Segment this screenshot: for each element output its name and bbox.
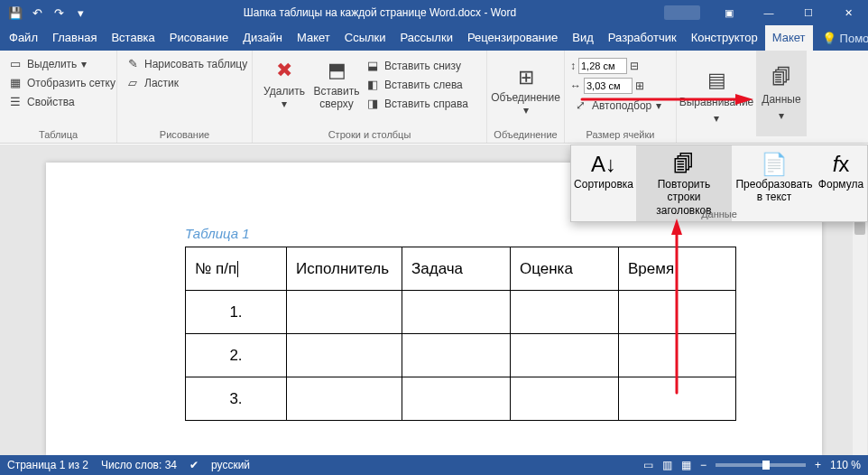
sort-icon: А↓: [591, 151, 616, 178]
view-read-icon[interactable]: ▭: [643, 459, 653, 471]
bulb-icon: 💡: [822, 32, 836, 45]
window-title: Шапка таблицы на каждой странице Word.do…: [96, 6, 664, 19]
insert-right-button[interactable]: ◨Вставить справа: [363, 94, 471, 113]
ribbon-tabs: Файл Главная Вставка Рисование Дизайн Ма…: [0, 25, 868, 51]
distribute-rows-icon[interactable]: ⊟: [630, 60, 639, 72]
insert-above-icon: ⬒: [324, 58, 349, 83]
account-badge[interactable]: [664, 5, 700, 20]
data-dropdown-panel: А↓Сортировка 🗐Повторить строки заголовко…: [570, 144, 868, 222]
group-cellsize-label: Размер ячейки: [570, 127, 670, 143]
alignment-button[interactable]: ▤ Выравнивание▾: [677, 51, 756, 143]
data-button[interactable]: 🗐 Данные ▾: [756, 51, 807, 136]
status-words[interactable]: Число слов: 34: [101, 459, 177, 471]
repeat-header-icon: 🗐: [673, 151, 695, 178]
insert-below-icon: ⬓: [365, 59, 380, 73]
table-row: 3.: [186, 377, 736, 421]
status-bar: Страница 1 из 2 Число слов: 34 ✔ русский…: [0, 455, 868, 475]
height-icon: ↕: [570, 60, 576, 72]
grid-icon: ▦: [8, 76, 23, 90]
insert-below-button[interactable]: ⬓Вставить снизу: [363, 56, 471, 75]
text-cursor: [237, 261, 238, 277]
align-icon: ▤: [707, 69, 726, 92]
table-row: № п/п Исполнитель Задача Оценка Время: [186, 247, 736, 291]
row-height-field[interactable]: ↕⊟: [570, 56, 664, 75]
group-draw-label: Рисование: [123, 127, 246, 143]
group-rowscols-label: Строки и столбцы: [258, 127, 481, 143]
height-input[interactable]: [578, 58, 627, 74]
autofit-button[interactable]: ⤢Автоподбор ▾: [570, 96, 664, 115]
status-language[interactable]: русский: [211, 459, 250, 471]
zoom-out-icon[interactable]: −: [700, 459, 706, 471]
tab-mailings[interactable]: Рассылки: [393, 25, 460, 51]
word-table[interactable]: № п/п Исполнитель Задача Оценка Время 1.…: [185, 247, 736, 421]
qat-dropdown-icon[interactable]: ▾: [72, 5, 88, 21]
width-icon: ↔: [570, 79, 581, 92]
table-caption[interactable]: Таблица 1: [185, 226, 768, 241]
autofit-icon: ⤢: [573, 98, 587, 113]
tab-insert[interactable]: Вставка: [104, 25, 162, 51]
ribbon: ▭Выделить ▾ ▦Отобразить сетку ☰Свойства …: [0, 51, 868, 144]
table-row: 2.: [186, 334, 736, 377]
tab-home[interactable]: Главная: [45, 25, 104, 51]
group-table-label: Таблица: [5, 127, 111, 143]
dropdown-group-label: Данные: [571, 209, 867, 219]
insert-left-button[interactable]: ◧Вставить слева: [363, 75, 471, 94]
maximize-icon[interactable]: ☐: [789, 0, 828, 25]
distribute-cols-icon[interactable]: ⊞: [635, 79, 644, 92]
select-icon: ▭: [8, 57, 23, 71]
tab-table-layout[interactable]: Макет: [765, 25, 813, 51]
insert-left-icon: ◧: [365, 78, 380, 92]
ribbon-options-icon[interactable]: ▣: [709, 0, 749, 25]
close-icon[interactable]: ✕: [828, 0, 868, 25]
tab-file[interactable]: Файл: [2, 25, 45, 51]
width-input[interactable]: [584, 78, 633, 94]
insert-right-icon: ◨: [365, 97, 380, 111]
eraser-button[interactable]: ▱Ластик: [123, 73, 250, 92]
redo-icon[interactable]: ↷: [51, 5, 67, 21]
data-icon: 🗐: [771, 66, 791, 89]
tab-draw[interactable]: Рисование: [162, 25, 235, 51]
tab-layout[interactable]: Макет: [290, 25, 337, 51]
status-page[interactable]: Страница 1 из 2: [7, 459, 88, 471]
zoom-slider[interactable]: [716, 463, 806, 467]
tab-references[interactable]: Ссылки: [337, 25, 393, 51]
delete-icon: ✖: [272, 58, 297, 83]
status-spellcheck-icon[interactable]: ✔: [189, 459, 199, 471]
formula-icon: fx: [833, 151, 850, 178]
properties-icon: ☰: [8, 95, 23, 109]
zoom-value[interactable]: 110 %: [830, 459, 861, 471]
select-button[interactable]: ▭Выделить ▾: [5, 54, 118, 73]
pencil-icon: ✎: [125, 57, 140, 71]
show-grid-button[interactable]: ▦Отобразить сетку: [5, 73, 118, 92]
minimize-icon[interactable]: —: [749, 0, 789, 25]
tab-developer[interactable]: Разработчик: [601, 25, 684, 51]
table-row: 1.: [186, 291, 736, 334]
tab-review[interactable]: Рецензирование: [460, 25, 565, 51]
delete-button[interactable]: ✖Удалить▾: [258, 54, 310, 127]
help-search[interactable]: 💡Помощь: [813, 32, 868, 45]
tab-design[interactable]: Дизайн: [235, 25, 290, 51]
save-icon[interactable]: 💾: [7, 5, 23, 21]
merge-button[interactable]: ⊞Объединение▾: [490, 61, 562, 121]
view-web-icon[interactable]: ▦: [681, 459, 691, 471]
group-merge-label: Объединение: [493, 127, 559, 143]
tab-constructor[interactable]: Конструктор: [684, 25, 765, 51]
undo-icon[interactable]: ↶: [29, 5, 45, 21]
convert-icon: 📄: [761, 151, 788, 178]
zoom-in-icon[interactable]: +: [815, 459, 821, 471]
tab-view[interactable]: Вид: [565, 25, 601, 51]
properties-button[interactable]: ☰Свойства: [5, 92, 118, 111]
eraser-icon: ▱: [125, 76, 140, 90]
title-bar: 💾 ↶ ↷ ▾ Шапка таблицы на каждой странице…: [0, 0, 868, 25]
view-print-icon[interactable]: ▥: [662, 459, 672, 471]
merge-icon: ⊞: [513, 64, 539, 89]
col-width-field[interactable]: ↔⊞: [570, 76, 664, 95]
insert-above-button[interactable]: ⬒Вставить сверху: [310, 54, 363, 127]
draw-table-button[interactable]: ✎Нарисовать таблицу: [123, 54, 250, 73]
